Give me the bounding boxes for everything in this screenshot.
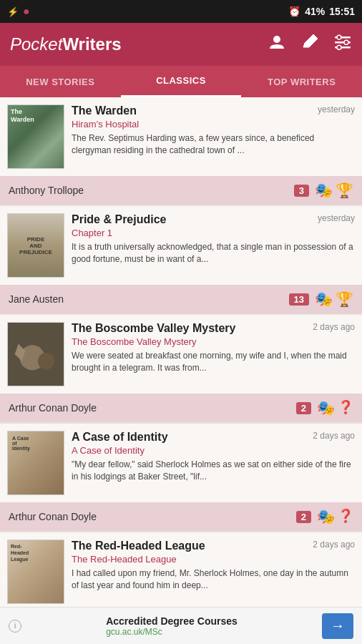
story-info: The Boscombe Valley Mystery 2 days ago T… bbox=[72, 322, 355, 386]
story-title: Pride & Prejudice bbox=[72, 213, 313, 226]
story-time: 2 days ago bbox=[313, 322, 355, 332]
notification-icon: ● bbox=[23, 5, 30, 18]
story-time: 2 days ago bbox=[313, 431, 355, 441]
tab-classics[interactable]: CLASSICS bbox=[121, 66, 242, 97]
story-excerpt: We were seated at breakfast one morning,… bbox=[72, 350, 355, 374]
status-right: ⏰ 41% 15:51 bbox=[288, 6, 355, 17]
status-bar: ⚡ ● ⏰ 41% 15:51 bbox=[0, 0, 362, 23]
story-subtitle: A Case of Identity bbox=[72, 445, 355, 456]
story-main: TheWarden The Warden yesterday Hiram's H… bbox=[0, 97, 362, 176]
story-title-row: The Boscombe Valley Mystery 2 days ago bbox=[72, 322, 355, 335]
story-time: 2 days ago bbox=[313, 540, 355, 550]
story-card[interactable]: A CaseofIdentity A Case of Identity 2 da… bbox=[0, 424, 362, 531]
ad-info: i bbox=[9, 620, 21, 633]
story-subtitle: Hiram's Hospital bbox=[72, 119, 355, 130]
story-subtitle: Chapter 1 bbox=[72, 228, 355, 238]
author-bar: Anthony Trollope 3 🎭 🏆 bbox=[0, 176, 362, 205]
ad-title: Accredited Degree Courses bbox=[106, 615, 238, 627]
trophy-icon[interactable]: 🏆 bbox=[336, 182, 353, 199]
edit-icon[interactable] bbox=[300, 33, 319, 56]
status-left: ⚡ ● bbox=[7, 5, 30, 18]
ad-url: gcu.ac.uk/MSc bbox=[106, 627, 238, 637]
time-display: 15:51 bbox=[329, 6, 355, 17]
question-icon[interactable]: ❓ bbox=[338, 399, 353, 416]
battery-percent: 41% bbox=[305, 6, 325, 17]
cover-text: PRIDEANDPREJUDICE bbox=[19, 236, 52, 255]
trophy-icon[interactable]: 🏆 bbox=[336, 291, 353, 308]
story-title-row: The Red-Headed League 2 days ago bbox=[72, 540, 355, 552]
story-main: PRIDEANDPREJUDICE Pride & Prejudice yest… bbox=[0, 206, 362, 285]
story-title: A Case of Identity bbox=[72, 431, 308, 444]
theater-icon[interactable]: 🎭 bbox=[315, 291, 333, 308]
svg-point-6 bbox=[337, 45, 341, 49]
story-title: The Boscombe Valley Mystery bbox=[72, 322, 308, 335]
story-title: The Red-Headed League bbox=[72, 540, 308, 552]
author-icons: 🎭 🏆 bbox=[315, 182, 353, 199]
author-name: Anthony Trollope bbox=[9, 185, 84, 196]
story-subtitle: The Boscombe Valley Mystery bbox=[72, 336, 355, 347]
story-info: Pride & Prejudice yesterday Chapter 1 It… bbox=[72, 213, 355, 278]
author-name: Jane Austen bbox=[9, 293, 64, 305]
author-right: 2 🎭 ❓ bbox=[296, 508, 353, 525]
author-right: 13 🎭 🏆 bbox=[289, 291, 353, 308]
author-icons: 🎭 🏆 bbox=[315, 291, 353, 308]
story-title-row: Pride & Prejudice yesterday bbox=[72, 213, 355, 226]
tab-top-writers[interactable]: TOP WRITERS bbox=[241, 66, 362, 97]
logo-pocket: Pocket bbox=[10, 34, 62, 54]
author-count: 13 bbox=[289, 293, 309, 306]
question-icon[interactable]: ❓ bbox=[338, 508, 353, 525]
story-excerpt: It is a truth universally acknowledged, … bbox=[72, 241, 355, 265]
story-subtitle: The Red-Headed League bbox=[72, 554, 355, 565]
story-card[interactable]: The Boscombe Valley Mystery 2 days ago T… bbox=[0, 315, 362, 422]
story-time: yesterday bbox=[318, 104, 355, 114]
story-title-row: A Case of Identity 2 days ago bbox=[72, 431, 355, 444]
story-card[interactable]: PRIDEANDPREJUDICE Pride & Prejudice yest… bbox=[0, 206, 362, 313]
logo-writers: Writers bbox=[62, 34, 121, 54]
author-icons: 🎭 ❓ bbox=[317, 508, 353, 525]
author-bar: Arthur Conan Doyle 2 🎭 ❓ bbox=[0, 394, 362, 422]
usb-icon: ⚡ bbox=[7, 6, 19, 17]
story-info: The Red-Headed League 2 days ago The Red… bbox=[72, 540, 355, 604]
app-header: PocketWriters bbox=[0, 23, 362, 66]
theater-icon[interactable]: 🎭 bbox=[317, 508, 335, 525]
story-time: yesterday bbox=[318, 213, 355, 223]
header-icons bbox=[268, 33, 352, 56]
story-excerpt: The Rev. Septimus Harding was, a few yea… bbox=[72, 132, 355, 157]
story-main: A CaseofIdentity A Case of Identity 2 da… bbox=[0, 424, 362, 502]
theater-icon[interactable]: 🎭 bbox=[315, 182, 333, 199]
profile-icon[interactable] bbox=[268, 33, 286, 56]
story-card[interactable]: Red-HeadedLeague The Red-Headed League 2… bbox=[0, 532, 362, 607]
svg-point-5 bbox=[344, 40, 348, 44]
story-card[interactable]: TheWarden The Warden yesterday Hiram's H… bbox=[0, 97, 362, 205]
author-bar: Arthur Conan Doyle 2 🎭 ❓ bbox=[0, 502, 362, 531]
tab-bar: NEW STORIES CLASSICS TOP WRITERS bbox=[0, 66, 362, 97]
ad-content: Accredited Degree Courses gcu.ac.uk/MSc bbox=[106, 615, 238, 637]
tab-new-stories[interactable]: NEW STORIES bbox=[0, 66, 121, 97]
alarm-icon: ⏰ bbox=[288, 6, 300, 17]
story-title: The Warden bbox=[72, 104, 313, 117]
story-cover: A CaseofIdentity bbox=[7, 431, 64, 495]
story-cover: Red-HeadedLeague bbox=[7, 540, 64, 604]
story-info: A Case of Identity 2 days ago A Case of … bbox=[72, 431, 355, 495]
story-list: TheWarden The Warden yesterday Hiram's H… bbox=[0, 97, 362, 607]
author-right: 2 🎭 ❓ bbox=[296, 399, 353, 416]
cover-text: Red-HeadedLeague bbox=[11, 543, 29, 562]
author-count: 2 bbox=[296, 402, 311, 414]
story-info: The Warden yesterday Hiram's Hospital Th… bbox=[72, 104, 355, 169]
story-main: The Boscombe Valley Mystery 2 days ago T… bbox=[0, 315, 362, 394]
story-cover: PRIDEANDPREJUDICE bbox=[7, 213, 64, 278]
story-title-row: The Warden yesterday bbox=[72, 104, 355, 117]
settings-icon[interactable] bbox=[333, 33, 352, 56]
author-name: Arthur Conan Doyle bbox=[9, 402, 97, 414]
app-logo: PocketWriters bbox=[10, 34, 122, 54]
arrow-icon: → bbox=[331, 618, 345, 634]
story-cover bbox=[7, 322, 64, 386]
theater-icon[interactable]: 🎭 bbox=[317, 399, 335, 416]
story-excerpt: I had called upon my friend, Mr. Sherloc… bbox=[72, 567, 355, 592]
cover-text: TheWarden bbox=[11, 108, 34, 124]
author-count: 3 bbox=[294, 185, 309, 197]
ad-arrow-button[interactable]: → bbox=[322, 613, 353, 639]
story-main: Red-HeadedLeague The Red-Headed League 2… bbox=[0, 532, 362, 607]
ad-info-icon: i bbox=[9, 620, 21, 633]
author-bar: Jane Austen 13 🎭 🏆 bbox=[0, 285, 362, 313]
